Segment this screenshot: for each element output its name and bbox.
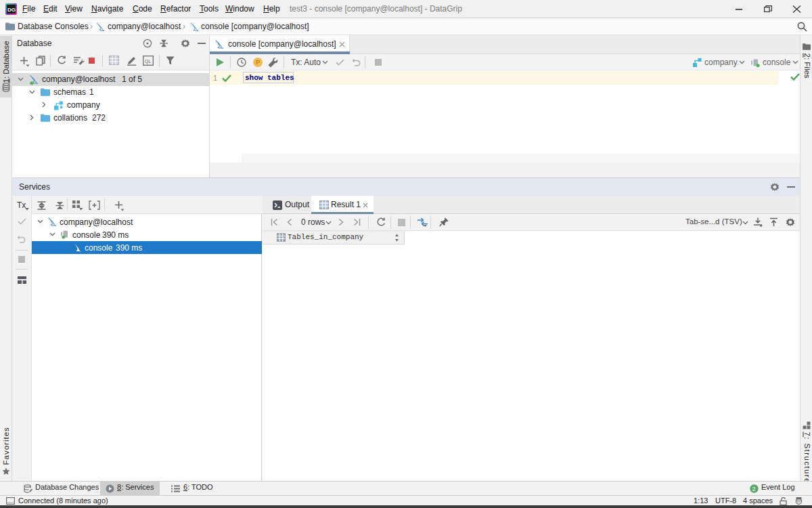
svg-text:DG: DG [7,7,16,13]
svg-text:QL: QL [145,59,151,64]
svg-text:2: 2 [752,486,756,492]
svg-text:P: P [256,59,260,66]
